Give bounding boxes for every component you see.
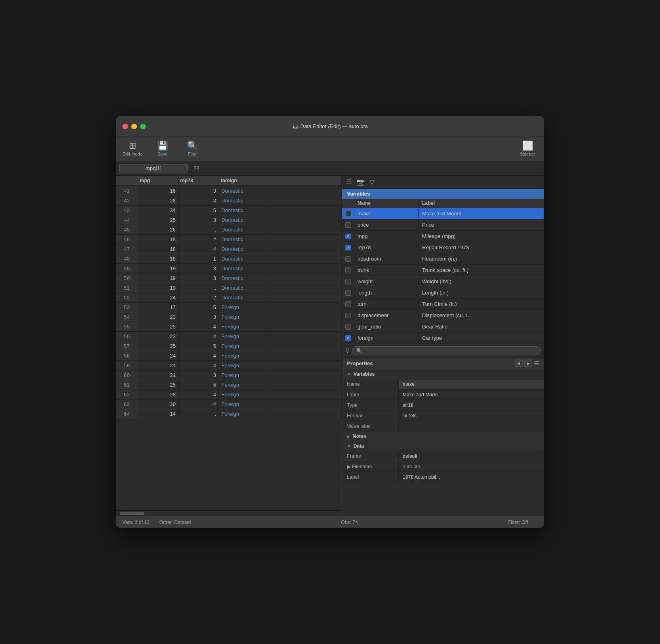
variable-row[interactable]: pricePrice (342, 219, 544, 231)
foreign-cell[interactable]: Foreign (219, 341, 267, 351)
variable-row[interactable]: gear_ratioGear Ratio (342, 321, 544, 333)
close-button[interactable] (122, 124, 128, 129)
foreign-cell[interactable]: Foreign (219, 332, 267, 341)
mpg-cell[interactable]: 17 (138, 303, 179, 312)
rep78-cell[interactable]: 3 (179, 215, 219, 225)
name-value[interactable]: make (399, 380, 544, 389)
rep78-header[interactable]: rep78 (179, 176, 219, 186)
table-row[interactable]: 46182Domestic (116, 235, 342, 244)
variable-checkbox[interactable] (345, 279, 351, 284)
rep78-cell[interactable]: . (179, 409, 219, 419)
mpg-cell[interactable]: 19 (138, 283, 179, 293)
label-value[interactable]: Make and Model (399, 390, 544, 399)
table-row[interactable]: 54233Foreign (116, 312, 342, 322)
foreign-cell[interactable]: Foreign (219, 400, 267, 409)
prev-nav-button[interactable]: ◀ (515, 360, 523, 367)
mpg-cell[interactable]: 28 (138, 390, 179, 399)
table-row[interactable]: 59214Foreign (116, 361, 342, 370)
variable-checkbox[interactable] (345, 324, 351, 330)
table-row[interactable]: 56234Foreign (116, 332, 342, 341)
mpg-cell[interactable]: 25 (138, 215, 179, 225)
variable-checkbox[interactable] (345, 211, 351, 217)
mpg-cell[interactable]: 30 (138, 400, 179, 409)
foreign-cell[interactable]: Domestic (219, 244, 267, 254)
variable-row[interactable]: displacementDisplacement (cu. i... (342, 310, 544, 321)
find-button[interactable]: 🔍 Find (182, 141, 202, 156)
table-row[interactable]: 6414.Foreign (116, 409, 342, 419)
rep78-cell[interactable]: 3 (179, 264, 219, 273)
list-icon[interactable]: ☰ (346, 178, 352, 186)
rep78-cell[interactable]: 4 (179, 400, 219, 409)
variable-checkbox[interactable] (345, 256, 351, 262)
grid-scrollbar[interactable] (116, 510, 342, 516)
foreign-cell[interactable]: Domestic (219, 186, 267, 196)
rep78-cell[interactable]: 4 (179, 244, 219, 254)
table-row[interactable]: 52242Domestic (116, 293, 342, 303)
sidebar-button[interactable]: ⬜ Sidebar (517, 141, 538, 156)
table-row[interactable]: 47184Domestic (116, 244, 342, 254)
mpg-cell[interactable]: 18 (138, 254, 179, 263)
rep78-cell[interactable]: 1 (179, 254, 219, 263)
rep78-cell[interactable]: 4 (179, 390, 219, 399)
variable-checkbox[interactable] (345, 267, 351, 273)
rep78-cell[interactable]: 3 (179, 186, 219, 196)
minimize-button[interactable] (131, 124, 137, 129)
mpg-cell[interactable]: 26 (138, 225, 179, 234)
foreign-cell[interactable]: Domestic (219, 215, 267, 225)
foreign-cell[interactable]: Domestic (219, 274, 267, 283)
table-row[interactable]: 63304Foreign (116, 400, 342, 409)
rep78-cell[interactable]: 5 (179, 380, 219, 389)
mpg-cell[interactable]: 24 (138, 351, 179, 360)
mpg-cell[interactable]: 19 (138, 274, 179, 283)
variable-row[interactable]: turnTurn Circle (ft.) (342, 299, 544, 310)
foreign-cell[interactable]: Foreign (219, 380, 267, 389)
variable-checkbox[interactable] (345, 313, 351, 318)
rep78-cell[interactable]: 4 (179, 361, 219, 370)
variable-checkbox[interactable] (345, 290, 351, 296)
cell-reference[interactable]: mpg[1] (119, 164, 188, 173)
foreign-cell[interactable]: Domestic (219, 235, 267, 244)
maximize-button[interactable] (140, 124, 146, 129)
variable-row[interactable]: foreignCar type (342, 333, 544, 344)
table-row[interactable]: 42283Domestic (116, 196, 342, 206)
rep78-cell[interactable]: 5 (179, 206, 219, 215)
foreign-cell[interactable]: Foreign (219, 303, 267, 312)
foreign-cell[interactable]: Foreign (219, 322, 267, 331)
mpg-cell[interactable]: 19 (138, 264, 179, 273)
foreign-cell[interactable]: Domestic (219, 264, 267, 273)
rep78-cell[interactable]: 3 (179, 312, 219, 322)
foreign-cell[interactable]: Domestic (219, 196, 267, 205)
table-row[interactable]: 55254Foreign (116, 322, 342, 332)
foreign-cell[interactable]: Foreign (219, 390, 267, 399)
foreign-cell[interactable]: Foreign (219, 370, 267, 380)
foreign-header[interactable]: foreign (219, 176, 267, 186)
table-row[interactable]: 5119.Domestic (116, 283, 342, 293)
table-row[interactable]: 49193Domestic (116, 264, 342, 274)
table-row[interactable]: 61255Foreign (116, 380, 342, 390)
variables-group-header[interactable]: ▼ Variables (342, 369, 544, 379)
variable-checkbox[interactable] (345, 222, 351, 228)
rep78-cell[interactable]: 5 (179, 341, 219, 351)
variable-row[interactable]: weightWeight (lbs.) (342, 276, 544, 287)
grid-body[interactable]: 41163Domestic42283Domestic43345Domestic4… (116, 186, 342, 510)
rep78-cell[interactable]: 4 (179, 351, 219, 360)
foreign-cell[interactable]: Domestic (219, 283, 267, 293)
table-row[interactable]: 4526.Domestic (116, 225, 342, 235)
variable-checkbox[interactable] (345, 234, 351, 239)
variable-row[interactable]: rep78Repair Record 1978 (342, 242, 544, 253)
rep78-cell[interactable]: 3 (179, 274, 219, 283)
mpg-cell[interactable]: 18 (138, 244, 179, 254)
foreign-cell[interactable]: Domestic (219, 293, 267, 302)
filter-input[interactable] (352, 346, 541, 355)
table-row[interactable]: 44253Domestic (116, 215, 342, 225)
table-row[interactable]: 41163Domestic (116, 186, 342, 196)
variable-row[interactable]: makeMake and Model (342, 208, 544, 219)
table-row[interactable]: 48181Domestic (116, 254, 342, 264)
mpg-cell[interactable]: 28 (138, 196, 179, 205)
table-row[interactable]: 53175Foreign (116, 303, 342, 312)
save-button[interactable]: 💾 Save (152, 141, 172, 156)
mpg-cell[interactable]: 25 (138, 380, 179, 389)
rep78-cell[interactable]: 3 (179, 196, 219, 205)
rep78-cell[interactable]: 4 (179, 332, 219, 341)
edit-mode-button[interactable]: ⊞ Edit mode (122, 141, 143, 156)
